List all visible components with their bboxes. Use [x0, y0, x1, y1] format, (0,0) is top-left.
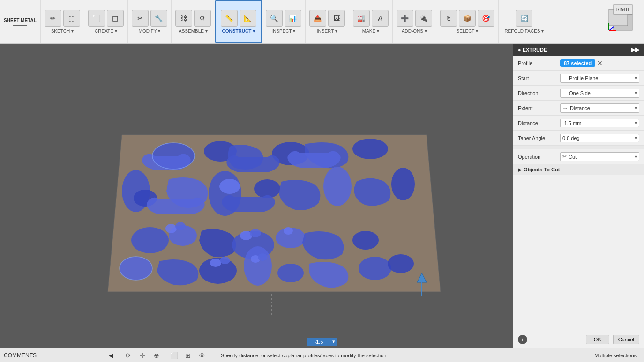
sheet-metal-group: SHEET METAL — [0, 0, 41, 43]
insert-icon-2[interactable]: 🖼 — [328, 10, 345, 27]
info-icon[interactable]: i — [518, 335, 527, 344]
sketch-label: SKETCH ▾ — [51, 29, 74, 34]
grid-icon[interactable]: ⊞ — [182, 350, 194, 361]
inspect-icon-1[interactable]: 🔍 — [266, 10, 283, 27]
select-icon-1[interactable]: 🖱 — [440, 10, 457, 27]
select-icon-2[interactable]: 📦 — [459, 10, 476, 27]
inspect-group[interactable]: 🔍 📊 INSPECT ▾ — [262, 0, 306, 43]
assemble-icon-1[interactable]: ⛓ — [175, 10, 192, 27]
svg-line-6 — [609, 27, 614, 30]
profile-value: 87 selected ✕ — [560, 59, 639, 67]
viewport[interactable] — [0, 44, 516, 348]
svg-point-38 — [210, 259, 221, 267]
display-mode-icon[interactable]: ⬜ — [168, 350, 180, 361]
svg-point-35 — [388, 254, 414, 273]
toolbar: SHEET METAL ✏ ⬚ SKETCH ▾ ⬜ ◱ CREATE ▾ ✂ … — [0, 0, 644, 44]
svg-point-39 — [220, 257, 230, 264]
assemble-icon-2[interactable]: ⚙ — [194, 10, 211, 27]
extent-icon: ↔ — [562, 105, 568, 111]
construct-label: CONSTRUCT ▾ — [222, 29, 255, 34]
operation-dropdown[interactable]: ✂ Cut ▾ — [560, 152, 639, 161]
orbit-icon[interactable]: ⟳ — [123, 350, 134, 361]
make-group[interactable]: 🏭 🖨 MAKE ▾ — [349, 0, 393, 43]
extent-label: Extent — [518, 105, 560, 111]
svg-point-28 — [250, 229, 261, 237]
svg-point-26 — [175, 222, 186, 230]
operation-dropdown-value: Cut — [569, 154, 577, 160]
svg-point-29 — [284, 227, 293, 235]
distance-input-widget: ▾ — [307, 338, 337, 346]
objects-to-cut-section[interactable]: ▶ Objects To Cut — [513, 164, 644, 175]
sketch-group[interactable]: ✏ ⬚ SKETCH ▾ — [41, 0, 84, 43]
start-dropdown[interactable]: ⊢ Profile Plane ▾ — [560, 74, 639, 83]
construct-icon-2[interactable]: 📐 — [240, 10, 256, 27]
modify-icon-2[interactable]: 🔧 — [150, 10, 167, 27]
insert-icon-1[interactable]: 📥 — [309, 10, 326, 27]
view-cube-area: RIGHT — [607, 2, 639, 35]
zoom-icon[interactable]: ⊕ — [151, 350, 162, 361]
operation-row: Operation ✂ Cut ▾ — [513, 149, 644, 164]
distance-input-field[interactable] — [307, 338, 330, 346]
clear-profile-icon[interactable]: ✕ — [597, 59, 603, 67]
insert-group[interactable]: 📥 🖼 INSERT ▾ — [306, 0, 349, 43]
addons-icon-1[interactable]: ➕ — [397, 10, 413, 27]
panel-footer-area: i OK Cancel — [513, 331, 644, 348]
operation-chevron-icon: ▾ — [635, 154, 637, 159]
create-icon-2[interactable]: ◱ — [107, 10, 124, 27]
operation-label: Operation — [518, 154, 560, 160]
construct-group[interactable]: 📏 📐 CONSTRUCT ▾ — [215, 0, 262, 43]
svg-point-25 — [165, 224, 177, 233]
operation-value: ✂ Cut ▾ — [560, 152, 639, 161]
addons-icon-2[interactable]: 🔌 — [415, 10, 432, 27]
make-icon-2[interactable]: 🖨 — [372, 10, 389, 27]
sketch-icon-2[interactable]: ⬚ — [63, 10, 80, 27]
selected-badge[interactable]: 87 selected — [560, 59, 595, 67]
create-group[interactable]: ⬜ ◱ CREATE ▾ — [84, 0, 128, 43]
distance-label: Distance — [518, 120, 560, 126]
svg-point-32 — [244, 246, 272, 286]
modify-group[interactable]: ✂ 🔧 MODIFY ▾ — [128, 0, 172, 43]
direction-dropdown-value: One Side — [569, 90, 591, 96]
addons-group[interactable]: ➕ 🔌 ADD-ONS ▾ — [393, 0, 436, 43]
start-chevron-icon: ▾ — [635, 75, 637, 81]
distance-dropdown[interactable]: -1.5 mm ▾ — [560, 119, 639, 127]
extent-row: Extent ↔ Distance ▾ — [513, 101, 644, 116]
select-icon-3[interactable]: 🎯 — [478, 10, 494, 27]
extent-dropdown[interactable]: ↔ Distance ▾ — [560, 103, 639, 113]
distance-value: -1.5 mm ▾ — [560, 119, 639, 127]
assemble-group[interactable]: ⛓ ⚙ ASSEMBLE ▾ — [172, 0, 215, 43]
distance-dropdown-button[interactable]: ▾ — [330, 338, 337, 346]
create-icon-1[interactable]: ⬜ — [88, 10, 105, 27]
direction-dropdown[interactable]: ⊢ One Side ▾ — [560, 89, 639, 98]
svg-point-12 — [352, 139, 388, 159]
view-cube[interactable]: RIGHT — [607, 2, 639, 35]
svg-text:RIGHT: RIGHT — [616, 7, 630, 12]
panel-footer: i OK Cancel — [513, 331, 644, 348]
inspect-icon-2[interactable]: 📊 — [285, 10, 301, 27]
comments-label: COMMENTS — [4, 352, 37, 359]
taper-dropdown-value: 0.0 deg — [562, 135, 580, 141]
sketch-icon-1[interactable]: ✏ — [45, 10, 61, 27]
objects-to-cut-label: Objects To Cut — [524, 167, 560, 172]
refold-group[interactable]: 🔄 REFOLD FACES ▾ — [499, 0, 550, 43]
taper-dropdown[interactable]: 0.0 deg ▾ — [560, 134, 639, 142]
pan-icon[interactable]: ✛ — [137, 350, 148, 361]
construct-icon-1[interactable]: 📏 — [221, 10, 238, 27]
refold-icon-1[interactable]: 🔄 — [516, 10, 532, 27]
svg-point-16 — [219, 179, 240, 194]
select-label: SELECT ▾ — [457, 29, 479, 34]
collapse-comments-icon[interactable]: ◀ — [109, 352, 113, 359]
add-comment-icon[interactable]: + — [104, 352, 107, 359]
select-group[interactable]: 🖱 📦 🎯 SELECT ▾ — [436, 0, 499, 43]
ok-button[interactable]: OK — [586, 335, 609, 344]
taper-chevron-icon: ▾ — [635, 135, 637, 140]
distance-chevron-icon: ▾ — [635, 120, 637, 126]
taper-row: Taper Angle 0.0 deg ▾ — [513, 131, 644, 146]
modify-icon-1[interactable]: ✂ — [132, 10, 149, 27]
extrude-panel: ● EXTRUDE ▶▶ Profile 87 selected ✕ Start… — [513, 44, 644, 348]
view-icon[interactable]: 👁 — [196, 350, 208, 361]
make-icon-1[interactable]: 🏭 — [353, 10, 370, 27]
cancel-button[interactable]: Cancel — [613, 335, 639, 344]
expand-icon[interactable]: ▶▶ — [631, 46, 639, 53]
start-row: Start ⊢ Profile Plane ▾ — [513, 71, 644, 86]
